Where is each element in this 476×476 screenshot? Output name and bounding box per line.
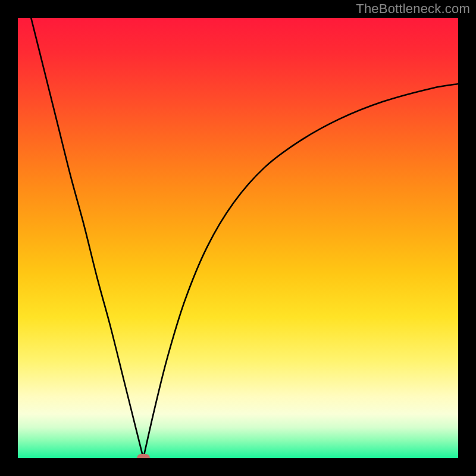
plot-area [18, 18, 458, 458]
optimum-marker [137, 454, 150, 458]
curve-path [31, 18, 458, 458]
curve-layer [18, 18, 458, 458]
chart-frame: TheBottleneck.com [0, 0, 476, 476]
watermark-text: TheBottleneck.com [356, 1, 470, 17]
